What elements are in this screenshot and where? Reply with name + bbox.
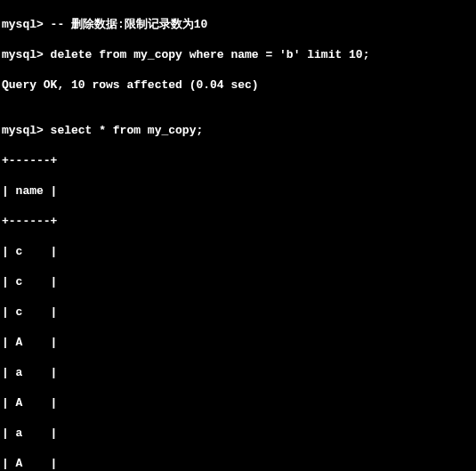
table-header: | name | bbox=[2, 183, 474, 199]
table-row: | c | bbox=[2, 244, 474, 259]
table-row: | A | bbox=[2, 456, 474, 471]
terminal-window[interactable]: mysql> -- 删除数据:限制记录数为10 mysql> delete fr… bbox=[0, 0, 476, 471]
table-row: | A | bbox=[2, 395, 474, 410]
table-row: | a | bbox=[2, 365, 474, 380]
prompt-line-comment: mysql> -- 删除数据:限制记录数为10 bbox=[2, 17, 474, 32]
table-row: | A | bbox=[2, 335, 474, 350]
table-row: | a | bbox=[2, 426, 474, 441]
table-border-top: +------+ bbox=[2, 153, 474, 168]
query-ok-line: Query OK, 10 rows affected (0.04 sec) bbox=[2, 77, 474, 93]
prompt-line-select: mysql> select * from my_copy; bbox=[2, 123, 474, 138]
prompt-line-delete: mysql> delete from my_copy where name = … bbox=[2, 47, 474, 62]
table-row: | c | bbox=[2, 305, 474, 320]
table-row: | c | bbox=[2, 274, 474, 289]
table-border-mid: +------+ bbox=[2, 214, 474, 229]
